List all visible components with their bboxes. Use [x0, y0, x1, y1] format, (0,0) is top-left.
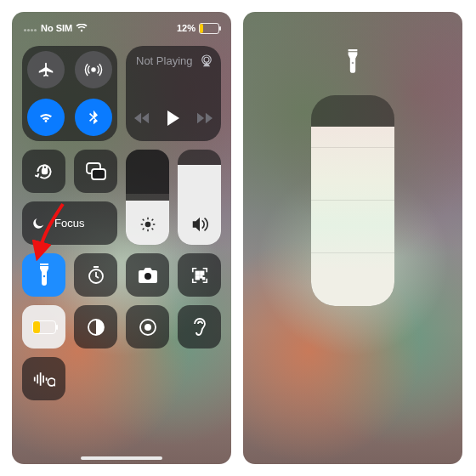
- battery-icon: [199, 23, 219, 34]
- brightness-slider[interactable]: [126, 150, 169, 245]
- connectivity-panel[interactable]: [22, 46, 117, 141]
- music-recognition-button[interactable]: [22, 357, 65, 400]
- home-indicator[interactable]: [81, 456, 162, 460]
- orientation-lock-toggle[interactable]: [22, 150, 65, 193]
- low-power-mode-toggle[interactable]: [22, 305, 65, 348]
- play-button[interactable]: [167, 110, 180, 129]
- svg-rect-10: [196, 271, 199, 275]
- focus-label: Focus: [54, 217, 84, 230]
- svg-point-17: [144, 324, 151, 331]
- qr-scanner-button[interactable]: [178, 253, 221, 297]
- airplay-icon[interactable]: [199, 53, 214, 71]
- flashlight-level-slider[interactable]: [311, 95, 394, 306]
- svg-rect-13: [200, 275, 201, 277]
- battery-percentage: 12%: [177, 23, 196, 33]
- svg-point-7: [42, 275, 44, 276]
- media-panel[interactable]: Not Playing: [126, 46, 221, 141]
- control-center-screenshot: No SIM 12%: [12, 12, 231, 464]
- flashlight-button[interactable]: [22, 253, 65, 297]
- screen-mirroring-button[interactable]: [74, 150, 117, 193]
- moon-icon: [31, 216, 46, 231]
- focus-button[interactable]: Focus: [22, 201, 117, 245]
- svg-rect-5: [92, 169, 105, 179]
- next-track-button[interactable]: [197, 112, 212, 128]
- svg-rect-14: [202, 277, 204, 279]
- hearing-button[interactable]: [178, 305, 221, 348]
- flashlight-icon: [346, 49, 360, 78]
- svg-rect-3: [42, 168, 46, 173]
- bluetooth-toggle[interactable]: [75, 99, 112, 136]
- svg-point-0: [92, 68, 95, 71]
- dark-mode-toggle[interactable]: [74, 305, 117, 348]
- volume-slider[interactable]: [178, 150, 221, 245]
- svg-point-19: [352, 62, 354, 65]
- cellular-data-toggle[interactable]: [75, 51, 112, 88]
- svg-rect-12: [196, 275, 199, 279]
- screen-record-button[interactable]: [126, 305, 169, 348]
- previous-track-button[interactable]: [134, 112, 150, 128]
- svg-point-6: [144, 222, 150, 228]
- status-bar: No SIM 12%: [12, 12, 231, 42]
- wifi-toggle[interactable]: [27, 99, 65, 136]
- brightness-icon: [126, 216, 169, 236]
- signal-dots-icon: [24, 23, 37, 33]
- flashlight-level-screenshot: [243, 12, 462, 464]
- wifi-status-icon: [76, 24, 88, 32]
- svg-point-9: [144, 273, 151, 280]
- svg-rect-11: [200, 271, 203, 275]
- svg-point-1: [204, 57, 209, 62]
- airplane-mode-toggle[interactable]: [27, 51, 65, 88]
- carrier-label: No SIM: [41, 23, 72, 33]
- camera-button[interactable]: [126, 253, 169, 297]
- volume-icon: [178, 216, 221, 236]
- timer-button[interactable]: [74, 253, 117, 297]
- low-power-icon: [32, 320, 56, 334]
